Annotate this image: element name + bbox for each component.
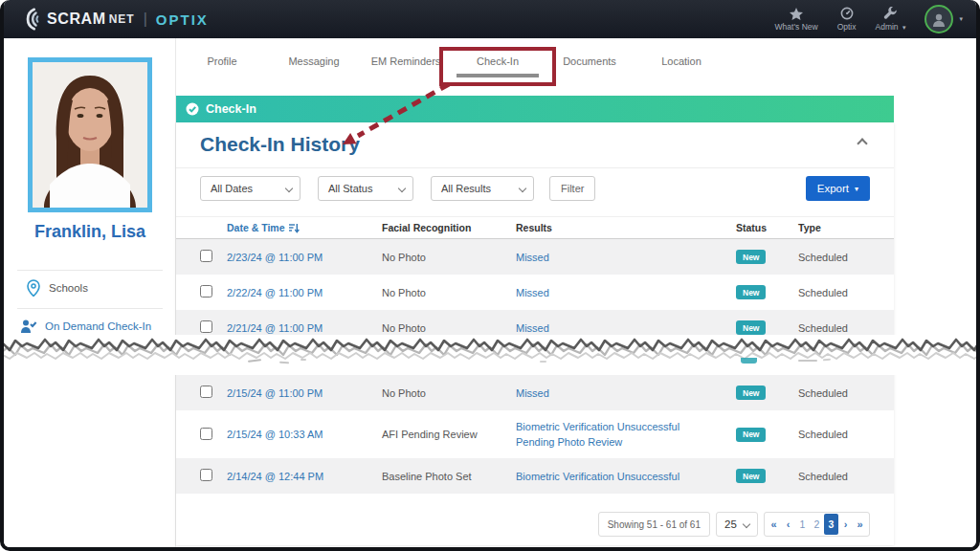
row-date-link[interactable]: 2/23/24 @ 11:00 PM [227, 252, 382, 263]
row-result-link[interactable]: Biometric Verification Unsuccessful [516, 419, 736, 434]
tab-messaging[interactable]: Messaging [268, 38, 360, 84]
filter-button[interactable]: Filter [549, 176, 595, 201]
gauge-icon [840, 7, 854, 20]
column-results: Results [516, 222, 736, 233]
page-1-button[interactable]: 1 [795, 514, 810, 535]
status-badge: New [736, 285, 766, 299]
row-date-link[interactable]: 2/22/24 @ 11:00 PM [227, 287, 382, 298]
row-checkbox[interactable] [200, 428, 212, 440]
status-filter-select[interactable]: All Status [318, 176, 413, 201]
column-date-time[interactable]: Date & Time [227, 222, 382, 233]
navbar-right-menu: What's New Optix Admin ▾ [775, 0, 963, 38]
tab-check-in[interactable]: Check-In [452, 38, 544, 84]
results-filter-value: All Results [441, 183, 491, 194]
map-pin-outline-icon [27, 279, 40, 297]
check-circle-icon [186, 102, 199, 116]
table-row: 2/15/24 @ 10:33 AM AFI Pending Review Bi… [176, 410, 894, 458]
tab-profile[interactable]: Profile [176, 38, 268, 84]
row-facial: No Photo [382, 287, 516, 298]
user-avatar-button[interactable]: ▾ [924, 5, 963, 33]
row-type: Scheduled [798, 429, 870, 440]
chevron-down-icon [285, 185, 293, 192]
row-result-link[interactable]: Biometric Verification Unsuccessful [516, 469, 736, 484]
row-checkbox[interactable] [200, 285, 212, 298]
sidebar-on-demand-checkin[interactable]: On Demand Check-In [21, 320, 151, 333]
brand-scram-text: SCRAM [47, 11, 106, 28]
pagination-summary: Showing 51 - 61 of 61 [598, 512, 710, 537]
row-checkbox[interactable] [200, 469, 212, 481]
row-type: Scheduled [798, 387, 870, 399]
status-badge: New [736, 386, 766, 400]
export-button[interactable]: Export▾ [806, 176, 870, 201]
filter-bar: All Dates All Status All Results Filter [200, 176, 595, 201]
table-row: 2/23/24 @ 11:00 PM No Photo Missed New S… [176, 239, 894, 275]
pager: « ‹ 1 2 3 › » [764, 512, 870, 537]
row-result-link[interactable]: Missed [516, 320, 736, 336]
brand-logo[interactable]: SCRAM NET | OPTIX [19, 8, 209, 31]
row-checkbox[interactable] [200, 250, 212, 262]
torn-row-remnant [798, 360, 817, 362]
row-result-link[interactable]: Pending Photo Review [516, 434, 736, 450]
nav-admin-label: Admin ▾ [876, 22, 906, 32]
wrench-icon [883, 7, 897, 20]
row-checkbox[interactable] [200, 386, 212, 398]
dates-filter-select[interactable]: All Dates [200, 176, 301, 201]
divider [17, 308, 163, 309]
app-window: SCRAM NET | OPTIX What's New Optix [0, 0, 980, 551]
checkin-history-card: Check-In History All Dates All Status Al… [176, 122, 894, 545]
brand-net-text: NET [109, 12, 135, 26]
user-check-icon [21, 320, 37, 333]
tab-documents[interactable]: Documents [544, 38, 635, 84]
portrait-image [33, 62, 147, 208]
last-page-button[interactable]: » [853, 514, 867, 535]
nav-whats-new[interactable]: What's New [775, 8, 818, 32]
first-page-button[interactable]: « [767, 514, 781, 535]
row-date-link[interactable]: 2/14/24 @ 12:44 PM [227, 471, 382, 482]
prev-page-button[interactable]: ‹ [781, 514, 795, 535]
export-label: Export [817, 183, 849, 194]
status-badge: New [736, 320, 766, 335]
column-status: Status [736, 222, 798, 233]
nav-whats-new-label: What's New [775, 22, 818, 32]
page-size-select[interactable]: 25 [716, 512, 758, 537]
status-badge: New [736, 428, 766, 442]
row-checkbox[interactable] [200, 320, 212, 333]
row-result-link[interactable]: Missed [516, 386, 736, 401]
row-date-link[interactable]: 2/21/24 @ 11:00 PM [227, 322, 382, 334]
caret-down-icon: ▾ [855, 185, 858, 193]
nav-optix[interactable]: Optix [837, 7, 857, 32]
page-2-button[interactable]: 2 [810, 514, 824, 535]
column-facial-recognition: Facial Recognition [382, 222, 516, 233]
chevron-down-icon [398, 185, 406, 192]
profile-tabbar: Profile Messaging EM Reminders Check-In … [176, 38, 727, 84]
chevron-down-icon [519, 185, 526, 192]
caret-down-icon: ▾ [902, 24, 906, 31]
tab-location[interactable]: Location [635, 38, 727, 84]
client-name: Franklin, Lisa [4, 222, 176, 242]
top-navbar: SCRAM NET | OPTIX What's New Optix [4, 0, 976, 38]
row-date-link[interactable]: 2/15/24 @ 10:33 AM [227, 429, 382, 440]
row-type: Scheduled [798, 322, 870, 334]
brand-swirl-icon [19, 8, 42, 31]
collapse-button[interactable] [858, 140, 870, 149]
page-size-value: 25 [724, 518, 737, 530]
star-icon [790, 8, 803, 20]
row-result-link[interactable]: Missed [516, 250, 736, 265]
tab-em-reminders[interactable]: EM Reminders [360, 38, 452, 84]
row-type: Scheduled [798, 287, 870, 298]
row-date-link[interactable]: 2/15/24 @ 11:00 PM [227, 387, 382, 399]
avatar [924, 5, 953, 33]
profile-photo[interactable] [28, 57, 152, 212]
torn-row-remnant [540, 361, 546, 363]
on-demand-checkin-label: On Demand Check-In [45, 320, 151, 332]
page-3-button[interactable]: 3 [824, 514, 838, 535]
app-content: SCRAM NET | OPTIX What's New Optix [4, 0, 976, 547]
status-badge: New [736, 469, 766, 483]
nav-admin[interactable]: Admin ▾ [876, 7, 906, 32]
table-row: 2/15/24 @ 11:00 PM No Photo Missed New S… [176, 375, 894, 410]
table-header: Date & Time Facial Recognition Results S… [176, 216, 894, 239]
next-page-button[interactable]: › [838, 514, 853, 535]
results-filter-select[interactable]: All Results [431, 176, 534, 201]
row-result-link[interactable]: Missed [516, 285, 736, 300]
caret-down-icon: ▾ [959, 15, 963, 23]
